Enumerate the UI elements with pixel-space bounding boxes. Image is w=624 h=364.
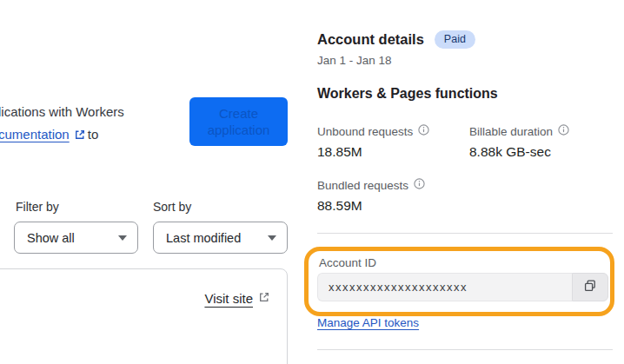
account-id-field-group bbox=[317, 273, 608, 301]
filter-dropdown[interactable]: Show all bbox=[14, 222, 138, 254]
stat-value: 88.59M bbox=[317, 198, 469, 214]
project-card: Visit site bbox=[0, 268, 288, 364]
stat-label: Unbound requests bbox=[317, 125, 413, 138]
account-details-header: Account details Paid bbox=[317, 30, 475, 49]
create-application-button[interactable]: Create application bbox=[189, 97, 288, 146]
date-range: Jan 1 - Jan 18 bbox=[317, 54, 392, 67]
documentation-link[interactable]: cumentation bbox=[0, 127, 70, 142]
functions-section-title: Workers & Pages functions bbox=[317, 86, 498, 102]
stat-label: Bundled requests bbox=[317, 179, 408, 192]
plan-badge: Paid bbox=[435, 30, 475, 49]
stat-value: 18.85M bbox=[317, 144, 469, 160]
info-icon[interactable] bbox=[418, 124, 429, 138]
manage-api-tokens-link[interactable]: Manage API tokens bbox=[317, 316, 419, 329]
usage-stats: Unbound requests 18.85M Billable duratio… bbox=[317, 124, 613, 214]
intro-suffix: to bbox=[88, 127, 99, 142]
stat-billable-duration: Billable duration 8.88k GB-sec bbox=[469, 124, 613, 160]
caret-down-icon bbox=[268, 235, 276, 241]
info-icon[interactable] bbox=[558, 124, 569, 138]
account-id-input[interactable] bbox=[317, 273, 572, 301]
divider bbox=[317, 349, 613, 350]
intro-line-2: cumentationto bbox=[0, 123, 124, 148]
visit-site-link[interactable]: Visit site bbox=[204, 291, 270, 306]
sort-dropdown-value: Last modified bbox=[166, 231, 241, 245]
caret-down-icon bbox=[118, 235, 127, 241]
filter-dropdown-value: Show all bbox=[27, 231, 75, 245]
copy-button[interactable] bbox=[572, 273, 608, 301]
stat-unbound-requests: Unbound requests 18.85M bbox=[317, 124, 469, 160]
copy-icon bbox=[583, 279, 597, 296]
workers-pages-dashboard: lications with Workers cumentationto Cre… bbox=[0, 0, 624, 364]
intro-line-1: lications with Workers bbox=[0, 101, 124, 123]
sort-by-label: Sort by bbox=[153, 200, 191, 214]
intro-text: lications with Workers cumentationto bbox=[0, 101, 124, 148]
divider bbox=[317, 233, 613, 234]
sort-dropdown[interactable]: Last modified bbox=[153, 222, 288, 254]
external-link-icon bbox=[258, 291, 270, 306]
filter-by-label: Filter by bbox=[16, 200, 59, 214]
stat-bundled-requests: Bundled requests 88.59M bbox=[317, 178, 469, 214]
account-id-label: Account ID bbox=[319, 256, 376, 269]
account-details-title: Account details bbox=[317, 31, 424, 48]
stat-value: 8.88k GB-sec bbox=[469, 144, 613, 160]
visit-site-label: Visit site bbox=[204, 291, 253, 306]
info-icon[interactable] bbox=[414, 178, 425, 192]
external-link-icon bbox=[74, 125, 86, 148]
stat-label: Billable duration bbox=[469, 125, 553, 138]
